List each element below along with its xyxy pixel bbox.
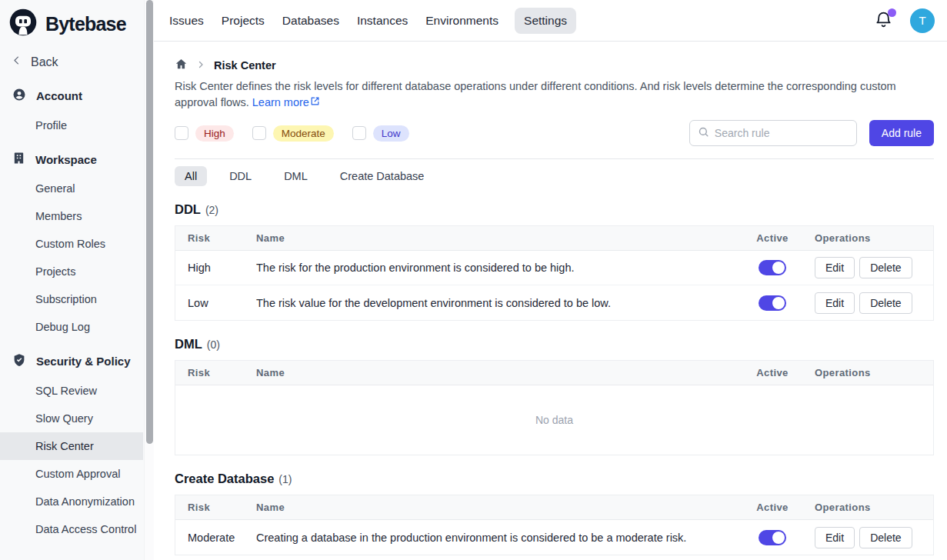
rules-table: RiskNameActiveOperationsHighThe risk for…: [175, 225, 934, 321]
search-rule-input[interactable]: [715, 127, 849, 139]
learn-more-link[interactable]: Learn more: [252, 95, 320, 111]
delete-button[interactable]: Delete: [859, 257, 912, 278]
risk-badge-low: Low: [373, 125, 409, 142]
active-toggle[interactable]: [759, 260, 786, 275]
section-count: (0): [207, 336, 220, 353]
sidebar-item-custom-approval[interactable]: Custom Approval: [0, 460, 143, 488]
rule-name: The risk value for the development envir…: [244, 297, 730, 309]
rule-section-create-database: Create Database(1)RiskNameActiveOperatio…: [175, 470, 934, 555]
chevron-left-icon: [11, 55, 22, 69]
page-description: Risk Center defines the risk levels for …: [175, 78, 912, 111]
table-header-row: RiskNameActiveOperations: [175, 361, 933, 385]
nav-items: IssuesProjectsDatabasesInstancesEnvironm…: [168, 8, 576, 34]
sidebar-item-general[interactable]: General: [0, 175, 143, 202]
filter-high: High: [175, 125, 234, 142]
home-icon[interactable]: [175, 58, 188, 74]
breadcrumb: Risk Center: [175, 57, 934, 74]
rule-section-ddl: DDL(2)RiskNameActiveOperationsHighThe ri…: [175, 201, 934, 321]
breadcrumb-current: Risk Center: [214, 59, 276, 72]
tab-create-database[interactable]: Create Database: [330, 166, 435, 186]
sidebar-item-projects[interactable]: Projects: [0, 258, 143, 285]
rule-risk-level: High: [175, 262, 244, 274]
notifications-button[interactable]: [874, 10, 894, 32]
nav-item-databases[interactable]: Databases: [281, 8, 341, 34]
nav-item-environments[interactable]: Environments: [424, 8, 500, 34]
nav-item-projects[interactable]: Projects: [220, 8, 266, 34]
delete-button[interactable]: Delete: [859, 292, 912, 314]
sidebar-item-profile[interactable]: Profile: [0, 112, 143, 139]
rule-row-moderate: ModerateCreating a database in the produ…: [175, 520, 933, 555]
sidebar-item-sql-review[interactable]: SQL Review: [0, 377, 143, 405]
sidebar-item-debug-log[interactable]: Debug Log: [0, 313, 143, 341]
sidebar-item-data-access-control[interactable]: Data Access Control: [0, 515, 143, 543]
filter-checkbox-moderate[interactable]: [252, 126, 266, 140]
edit-button[interactable]: Edit: [815, 257, 855, 278]
risk-badge-moderate: Moderate: [273, 125, 334, 142]
sidebar-item-risk-center[interactable]: Risk Center: [0, 432, 143, 460]
header-active: Active: [730, 367, 815, 378]
no-data-message: No data: [175, 385, 933, 455]
sidebar-item-custom-roles[interactable]: Custom Roles: [0, 230, 143, 258]
top-navigation: IssuesProjectsDatabasesInstancesEnvironm…: [154, 0, 947, 42]
back-label: Back: [31, 55, 58, 69]
sidebar-item-slow-query[interactable]: Slow Query: [0, 405, 143, 432]
rule-risk-level: Moderate: [175, 532, 244, 544]
header-operations: Operations: [815, 502, 933, 513]
delete-button[interactable]: Delete: [859, 527, 912, 548]
add-rule-button[interactable]: Add rule: [869, 120, 934, 146]
sidebar-section-account: Account: [0, 79, 143, 112]
section-count: (2): [205, 202, 218, 218]
header-risk: Risk: [175, 502, 244, 513]
tab-all[interactable]: All: [175, 166, 207, 186]
active-toggle[interactable]: [759, 295, 786, 311]
header-active: Active: [730, 232, 815, 244]
header-active: Active: [730, 502, 815, 513]
sidebar-section-workspace: Workspace: [0, 143, 143, 175]
back-button[interactable]: Back: [0, 44, 143, 75]
header-name: Name: [244, 232, 730, 244]
risk-center-page: Risk Center Risk Center defines the risk…: [154, 42, 947, 555]
edit-button[interactable]: Edit: [815, 527, 855, 548]
rules-table: RiskNameActiveOperationsNo data: [175, 360, 934, 455]
active-toggle[interactable]: [759, 530, 786, 545]
section-count: (1): [278, 471, 292, 488]
rule-row-low: LowThe risk value for the development en…: [175, 285, 933, 320]
filter-checkbox-low[interactable]: [352, 126, 366, 140]
section-label: Workspace: [35, 153, 97, 166]
shield-icon: [12, 353, 26, 369]
nav-item-issues[interactable]: Issues: [168, 8, 205, 34]
building-icon: [12, 152, 25, 167]
filter-low: Low: [352, 125, 409, 142]
sidebar-scrollbar[interactable]: [144, 0, 154, 560]
tab-ddl[interactable]: DDL: [219, 166, 262, 186]
nav-item-instances[interactable]: Instances: [355, 8, 409, 34]
toggle-knob: [772, 297, 785, 309]
chevron-right-icon: [196, 58, 205, 72]
rule-sections: DDL(2)RiskNameActiveOperationsHighThe ri…: [175, 201, 934, 555]
edit-button[interactable]: Edit: [815, 292, 855, 314]
external-link-icon: [310, 95, 320, 111]
filter-checkbox-high[interactable]: [175, 126, 188, 140]
tab-dml[interactable]: DML: [274, 166, 318, 186]
scrollbar-thumb[interactable]: [146, 0, 153, 444]
section-title: Create Database: [175, 470, 274, 487]
toggle-knob: [772, 262, 785, 274]
rule-section-dml: DML(0)RiskNameActiveOperationsNo data: [175, 335, 934, 455]
sidebar-section-security-policy: Security & Policy: [0, 345, 143, 377]
filter-moderate: Moderate: [252, 125, 334, 142]
sidebar-item-members[interactable]: Members: [0, 202, 143, 230]
sidebar-item-subscription[interactable]: Subscription: [0, 285, 143, 313]
header-operations: Operations: [815, 232, 933, 244]
rules-table: RiskNameActiveOperationsModerateCreating…: [175, 495, 934, 555]
risk-level-filters: HighModerateLow: [175, 125, 409, 142]
header-risk: Risk: [175, 367, 244, 378]
nav-item-settings[interactable]: Settings: [515, 8, 576, 34]
section-label: Security & Policy: [36, 355, 131, 368]
sidebar-nav: AccountProfileWorkspaceGeneralMembersCus…: [0, 79, 143, 543]
user-avatar[interactable]: T: [910, 8, 935, 33]
bytebase-logo-icon: [8, 7, 38, 41]
brand-logo[interactable]: Bytebase: [0, 0, 143, 44]
sidebar-item-data-anonymization[interactable]: Data Anonymization: [0, 488, 143, 515]
header-operations: Operations: [815, 367, 933, 378]
learn-more-label: Learn more: [252, 95, 309, 111]
